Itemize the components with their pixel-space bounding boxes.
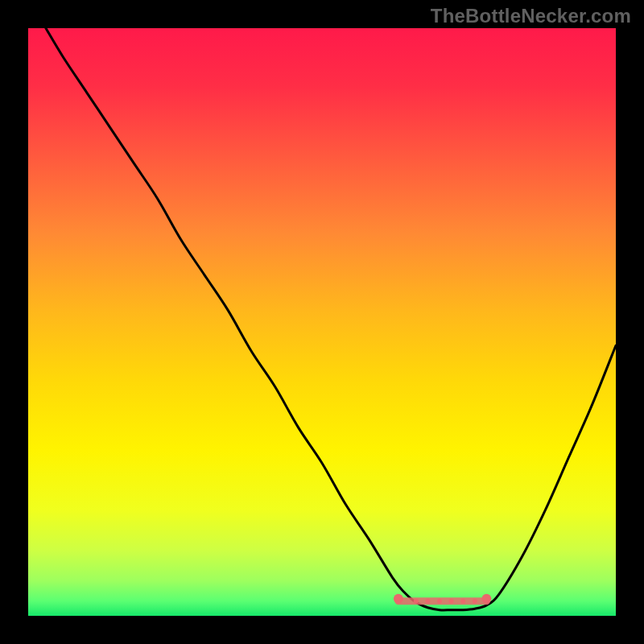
svg-point-3 [481,594,491,604]
watermark-label: TheBottleNecker.com [431,5,631,27]
plot-area [28,28,616,616]
svg-point-4 [414,599,419,604]
svg-point-9 [473,599,477,604]
svg-point-5 [425,599,430,604]
gradient-background [28,28,616,616]
svg-point-8 [460,599,465,604]
svg-point-2 [394,594,403,604]
svg-point-7 [449,599,454,604]
chart-svg [28,28,616,616]
svg-point-6 [437,599,442,604]
chart-container: TheBottleNecker.com [0,0,644,644]
